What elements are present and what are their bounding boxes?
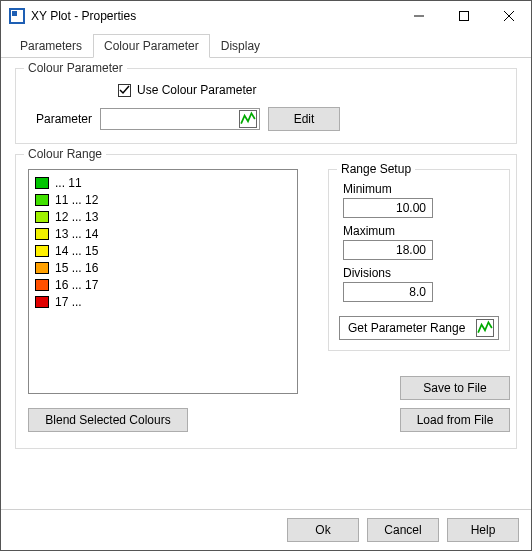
checkbox-icon bbox=[118, 84, 131, 97]
blend-button[interactable]: Blend Selected Colours bbox=[28, 408, 188, 432]
ok-button[interactable]: Ok bbox=[287, 518, 359, 542]
button-label: Get Parameter Range bbox=[348, 321, 465, 335]
maximize-button[interactable] bbox=[441, 1, 486, 31]
tab-colour-parameter[interactable]: Colour Parameter bbox=[93, 34, 210, 58]
parameter-picker-icon[interactable] bbox=[239, 110, 257, 128]
list-item[interactable]: ... 11 bbox=[35, 174, 291, 191]
save-to-file-button[interactable]: Save to File bbox=[400, 376, 510, 400]
minimum-input[interactable]: 10.00 bbox=[343, 198, 433, 218]
list-item[interactable]: 13 ... 14 bbox=[35, 225, 291, 242]
list-item[interactable]: 14 ... 15 bbox=[35, 242, 291, 259]
colour-swatch bbox=[35, 211, 49, 223]
group-legend: Colour Parameter bbox=[24, 61, 127, 75]
colour-range-list[interactable]: ... 11 11 ... 12 12 ... 13 13 ... 14 14 … bbox=[28, 169, 298, 394]
window-title: XY Plot - Properties bbox=[31, 9, 396, 23]
maximum-label: Maximum bbox=[343, 224, 499, 238]
divisions-input[interactable]: 8.0 bbox=[343, 282, 433, 302]
svg-rect-2 bbox=[12, 11, 17, 16]
list-item[interactable]: 17 ... bbox=[35, 293, 291, 310]
maximum-input[interactable]: 18.00 bbox=[343, 240, 433, 260]
tab-parameters[interactable]: Parameters bbox=[9, 34, 93, 58]
range-label: 15 ... 16 bbox=[55, 261, 98, 275]
parameter-picker-icon bbox=[476, 319, 494, 337]
parameter-input[interactable] bbox=[100, 108, 260, 130]
group-legend: Range Setup bbox=[337, 162, 415, 176]
load-from-file-button[interactable]: Load from File bbox=[400, 408, 510, 432]
minimize-button[interactable] bbox=[396, 1, 441, 31]
colour-swatch bbox=[35, 262, 49, 274]
range-label: 16 ... 17 bbox=[55, 278, 98, 292]
list-item[interactable]: 15 ... 16 bbox=[35, 259, 291, 276]
app-icon bbox=[9, 8, 25, 24]
range-label: 12 ... 13 bbox=[55, 210, 98, 224]
use-colour-parameter-checkbox[interactable]: Use Colour Parameter bbox=[118, 83, 256, 97]
colour-swatch bbox=[35, 245, 49, 257]
colour-swatch bbox=[35, 177, 49, 189]
list-item[interactable]: 12 ... 13 bbox=[35, 208, 291, 225]
tab-display[interactable]: Display bbox=[210, 34, 271, 58]
range-label: 13 ... 14 bbox=[55, 227, 98, 241]
colour-swatch bbox=[35, 279, 49, 291]
cancel-button[interactable]: Cancel bbox=[367, 518, 439, 542]
get-parameter-range-button[interactable]: Get Parameter Range bbox=[339, 316, 499, 340]
edit-button[interactable]: Edit bbox=[268, 107, 340, 131]
help-button[interactable]: Help bbox=[447, 518, 519, 542]
list-item[interactable]: 16 ... 17 bbox=[35, 276, 291, 293]
dialog-window: XY Plot - Properties Parameters Colour P… bbox=[0, 0, 532, 551]
svg-rect-4 bbox=[459, 12, 468, 21]
parameter-label: Parameter bbox=[28, 112, 92, 126]
divisions-label: Divisions bbox=[343, 266, 499, 280]
dialog-footer: Ok Cancel Help bbox=[1, 509, 531, 550]
close-button[interactable] bbox=[486, 1, 531, 31]
colour-swatch bbox=[35, 296, 49, 308]
list-item[interactable]: 11 ... 12 bbox=[35, 191, 291, 208]
checkbox-label: Use Colour Parameter bbox=[137, 83, 256, 97]
colour-range-group: Colour Range ... 11 11 ... 12 12 ... 13 … bbox=[15, 154, 517, 449]
colour-swatch bbox=[35, 228, 49, 240]
range-label: 14 ... 15 bbox=[55, 244, 98, 258]
range-label: ... 11 bbox=[55, 176, 82, 190]
range-setup-group: Range Setup Minimum 10.00 Maximum 18.00 … bbox=[328, 169, 510, 351]
minimum-label: Minimum bbox=[343, 182, 499, 196]
title-bar: XY Plot - Properties bbox=[1, 1, 531, 31]
colour-parameter-group: Colour Parameter Use Colour Parameter Pa… bbox=[15, 68, 517, 144]
range-label: 17 ... bbox=[55, 295, 82, 309]
tab-bar: Parameters Colour Parameter Display bbox=[1, 31, 531, 58]
colour-swatch bbox=[35, 194, 49, 206]
group-legend: Colour Range bbox=[24, 147, 106, 161]
range-label: 11 ... 12 bbox=[55, 193, 98, 207]
